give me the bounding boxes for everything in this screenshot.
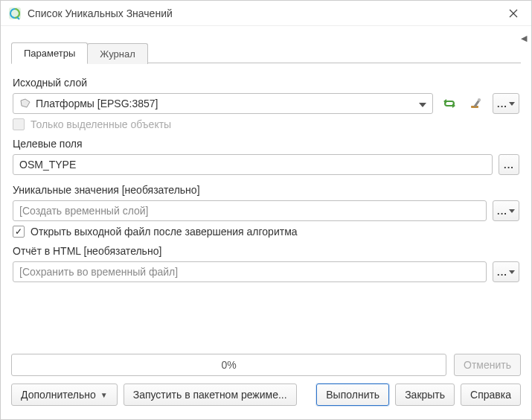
open-after-checkbox[interactable]: ✓	[13, 226, 25, 238]
selected-only-label: Только выделенные объекты	[31, 118, 171, 130]
help-button[interactable]: Справка	[461, 384, 521, 406]
chevron-down-icon: ▼	[100, 391, 108, 399]
progress-text: 0%	[221, 359, 236, 371]
advanced-button[interactable]: Дополнительно ▼	[11, 384, 118, 406]
svg-marker-14	[509, 270, 515, 274]
html-report-label: Отчёт в HTML [необязательно]	[13, 245, 519, 257]
chevron-down-icon	[419, 98, 426, 109]
batch-button[interactable]: Запустить в пакетном режиме...	[124, 384, 297, 406]
polygon-layer-icon	[19, 98, 31, 109]
unique-values-placeholder: [Создать временный слой]	[19, 205, 148, 217]
run-button[interactable]: Выполнить	[316, 384, 389, 406]
input-layer-label: Исходный слой	[13, 77, 519, 89]
cancel-button: Отменить	[454, 354, 521, 376]
iterate-button[interactable]	[439, 93, 460, 114]
parameters-panel: Исходный слой Платформы [EPSG:3857]	[11, 63, 521, 282]
close-button[interactable]	[503, 3, 524, 24]
svg-marker-12	[509, 102, 515, 106]
svg-marker-13	[509, 209, 515, 213]
help-label: Справка	[470, 389, 511, 401]
input-layer-value: Платформы [EPSG:3857]	[36, 98, 158, 109]
tab-log-label: Журнал	[100, 48, 135, 60]
svg-marker-5	[21, 99, 30, 107]
ellipsis-icon: ...	[497, 206, 507, 217]
unique-values-label: Уникальные значения [необязательно]	[13, 184, 519, 196]
select-layer-button[interactable]: ...	[493, 93, 519, 114]
tab-log[interactable]: Журнал	[87, 43, 147, 64]
tab-parameters-label: Параметры	[24, 48, 75, 59]
open-after-label: Открыть выходной файл после завершения а…	[31, 226, 298, 238]
close-button-footer[interactable]: Закрыть	[395, 384, 455, 406]
ellipsis-icon: ...	[497, 267, 507, 278]
tab-parameters[interactable]: Параметры	[11, 42, 88, 64]
html-report-browse-button[interactable]: ...	[493, 261, 519, 282]
selected-only-checkbox	[13, 118, 25, 130]
advanced-label: Дополнительно	[21, 389, 96, 401]
unique-values-input[interactable]: [Создать временный слой]	[13, 200, 487, 221]
html-report-input[interactable]: [Сохранить во временный файл]	[13, 261, 487, 282]
run-label: Выполнить	[326, 389, 379, 401]
advanced-options-button[interactable]	[466, 93, 487, 114]
batch-label: Запустить в пакетном режиме...	[133, 389, 287, 401]
target-fields-browse-button[interactable]: ...	[499, 154, 519, 175]
target-fields-label: Целевые поля	[13, 138, 519, 150]
svg-point-11	[478, 98, 481, 101]
html-report-placeholder: [Сохранить во временный файл]	[19, 266, 178, 278]
collapse-caret-icon[interactable]: ◀	[521, 34, 527, 43]
close-label: Закрыть	[405, 389, 445, 401]
target-fields-input[interactable]: OSM_TYPE	[13, 154, 493, 175]
tab-bar: Параметры Журнал	[11, 41, 521, 63]
unique-values-browse-button[interactable]: ...	[493, 200, 519, 221]
content-area: ◀ Параметры Журнал Исходный слой Платфор…	[1, 26, 531, 348]
svg-marker-6	[419, 103, 426, 107]
footer: 0% Отменить Дополнительно ▼ Запустить в …	[1, 348, 531, 419]
input-layer-combo[interactable]: Платформы [EPSG:3857]	[13, 93, 433, 114]
progress-bar: 0%	[11, 354, 446, 376]
title-bar: Список Уникальных Значений	[1, 1, 531, 26]
app-icon	[8, 7, 22, 20]
window-title: Список Уникальных Значений	[28, 7, 503, 19]
ellipsis-icon: ...	[497, 98, 507, 109]
ellipsis-icon: ...	[504, 159, 514, 171]
cancel-label: Отменить	[464, 359, 511, 371]
target-fields-value: OSM_TYPE	[19, 159, 76, 171]
